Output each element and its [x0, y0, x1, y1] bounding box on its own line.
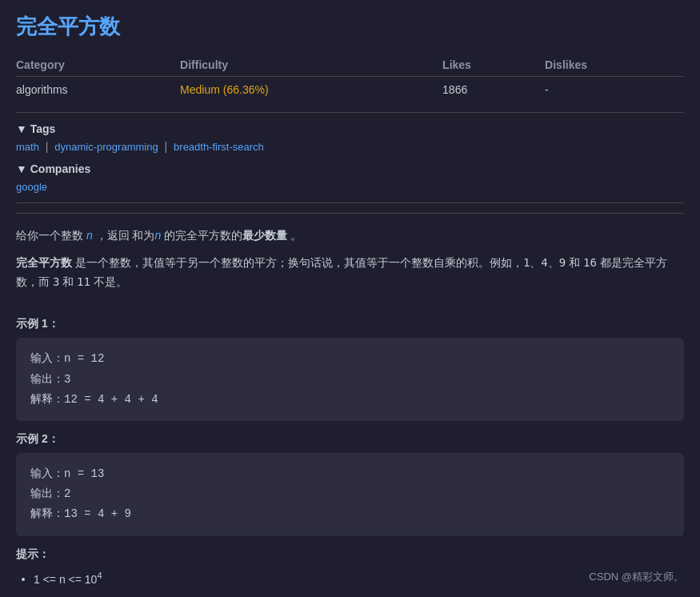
desc-line2: 完全平方数 是一个整数，其值等于另一个整数的平方；换句话说，其值等于一个整数自乘…	[16, 254, 684, 292]
tag-dp[interactable]: dynamic-programming	[54, 141, 158, 153]
companies-list: google	[16, 180, 684, 193]
tag-sep-2: |	[162, 140, 170, 153]
example1-explanation: 解释：12 = 4 + 4 + 4	[30, 390, 670, 410]
col-header-category: Category	[16, 54, 180, 77]
example1-input: 输入：n = 12	[30, 349, 670, 369]
cell-dislikes: -	[545, 77, 684, 103]
companies-section: ▼ Companies google	[16, 162, 684, 193]
csdn-watermark: CSDN @精彩文师。	[589, 570, 684, 584]
hint-list: 1 <= n <= 104	[16, 568, 684, 589]
tag-math[interactable]: math	[16, 141, 39, 153]
companies-label: ▼ Companies	[16, 162, 684, 175]
divider-after-table	[16, 112, 684, 113]
company-google[interactable]: google	[16, 181, 47, 193]
hint-section: 提示： 1 <= n <= 104	[16, 547, 684, 589]
tags-section: ▼ Tags math | dynamic-programming | brea…	[16, 122, 684, 153]
example1-output: 输出：3	[30, 370, 670, 390]
col-header-likes: Likes	[442, 54, 545, 77]
example1-box: 输入：n = 12 输出：3 解释：12 = 4 + 4 + 4	[16, 338, 684, 421]
cell-difficulty: Medium (66.36%)	[180, 77, 442, 103]
example1-label: 示例 1：	[16, 317, 684, 331]
tag-bfs[interactable]: breadth-first-search	[174, 141, 264, 153]
page-title: 完全平方数	[16, 13, 684, 41]
example2-explanation: 解释：13 = 4 + 9	[30, 504, 670, 524]
cell-category: algorithms	[16, 77, 180, 103]
hint-item-1: 1 <= n <= 104	[34, 568, 684, 589]
example2-box: 输入：n = 13 输出：2 解释：13 = 4 + 9	[16, 453, 684, 536]
col-header-difficulty: Difficulty	[180, 54, 442, 77]
tags-label: ▼ Tags	[16, 122, 684, 135]
problem-description: 给你一个整数 n ，返回 和为n 的完全平方数的最少数量 。 完全平方数 是一个…	[16, 213, 684, 306]
italic-n1: n	[86, 229, 93, 242]
difficulty-value: Medium (66.36%)	[180, 83, 269, 96]
col-header-dislikes: Dislikes	[545, 54, 684, 77]
tag-sep-1: |	[42, 140, 51, 153]
cell-likes: 1866	[442, 77, 545, 103]
italic-n2: n	[154, 229, 161, 242]
desc-line1: 给你一个整数 n ，返回 和为n 的完全平方数的最少数量 。	[16, 226, 684, 246]
example2-output: 输出：2	[30, 484, 670, 504]
divider-after-companies	[16, 202, 684, 203]
example2-label: 示例 2：	[16, 432, 684, 447]
hint-label: 提示：	[16, 547, 684, 562]
tags-list: math | dynamic-programming | breadth-fir…	[16, 140, 684, 153]
example2-input: 输入：n = 13	[30, 464, 670, 484]
info-table: Category Difficulty Likes Dislikes algor…	[16, 54, 684, 102]
